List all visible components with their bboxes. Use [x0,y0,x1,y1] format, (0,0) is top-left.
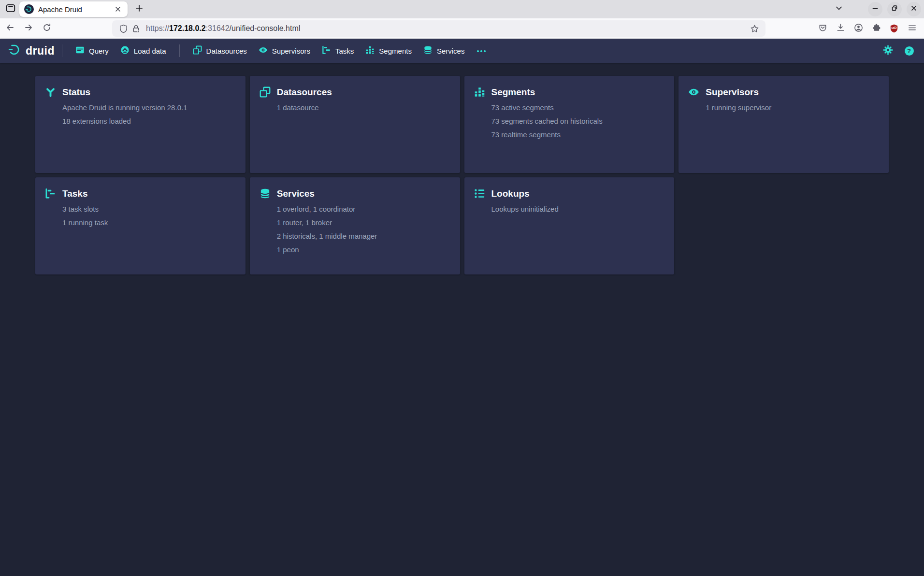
datasources-card[interactable]: Datasources 1 datasource [250,76,460,173]
card-lines: 1 datasource [277,101,450,115]
card-header: Segments [474,86,665,98]
account-button[interactable] [850,20,866,37]
minimize-button[interactable] [868,2,882,16]
back-button[interactable] [2,20,18,37]
tasks-card[interactable]: Tasks 3 task slots 1 running task [35,177,245,274]
reload-button[interactable] [39,20,55,37]
bookmark-star-icon[interactable] [748,22,761,35]
druid-favicon [24,4,34,14]
restore-button[interactable] [887,2,902,16]
card-line: 1 router, 1 broker [277,216,450,230]
nav-item-label: Services [437,47,465,55]
restore-icon [891,5,898,14]
help-button[interactable]: ? [901,43,917,59]
minimize-icon [872,5,879,14]
connection-lock-warning-icon[interactable] [130,22,142,35]
nav-item-query[interactable]: Query [70,39,115,63]
multi-select-icon [260,86,271,98]
browser-tab[interactable]: Apache Druid [19,1,128,17]
card-line: 3 task slots [62,202,236,216]
card-title: Segments [491,87,535,98]
firefox-view-icon [5,3,16,15]
card-header: Services [260,188,450,199]
reload-icon [42,23,52,34]
card-header: Lookups [474,188,665,199]
nav-item-datasources[interactable]: Datasources [187,39,253,63]
eye-open-icon [259,45,268,57]
help-icon: ? [904,46,914,56]
properties-icon [474,188,485,199]
download-icon [836,23,845,34]
settings-button[interactable] [880,43,896,59]
ublock-shield-icon: uO [889,24,899,33]
nav-item-supervisors[interactable]: Supervisors [253,39,316,63]
segments-card[interactable]: Segments 73 active segments 73 segments … [464,76,675,173]
database-icon [423,45,433,57]
nav-item-load-data[interactable]: Load data [115,39,172,63]
eye-open-icon [688,86,699,98]
list-all-tabs-button[interactable] [831,2,847,16]
nav-item-services[interactable]: Services [418,39,471,63]
application-icon [75,45,85,57]
nav-item-label: Supervisors [272,47,310,55]
home-cards-grid: Status Apache Druid is running version 2… [35,76,889,274]
puzzle-icon [872,23,881,34]
gear-icon [883,45,893,57]
multi-select-icon [193,45,202,57]
navbar-divider [179,44,180,57]
brand-name: druid [26,44,55,58]
card-lines: Lookups uninitialized [491,202,665,216]
nav-item-tasks[interactable]: Tasks [316,39,360,63]
pocket-button[interactable] [814,20,831,37]
menu-button[interactable] [904,20,920,37]
card-line: 1 running task [62,216,236,230]
card-line: 18 extensions loaded [62,115,236,128]
account-icon [854,23,863,34]
nav-item-segments[interactable]: Segments [360,39,418,63]
card-lines: 1 running supervisor [706,101,879,115]
card-lines: 3 task slots 1 running task [62,202,236,230]
downloads-button[interactable] [832,20,849,37]
close-window-button[interactable] [907,2,921,16]
navbar-right: ? [880,43,917,59]
status-card[interactable]: Status Apache Druid is running version 2… [35,76,245,173]
supervisors-card[interactable]: Supervisors 1 running supervisor [679,76,889,173]
ublock-button[interactable]: uO [886,20,902,37]
extensions-button[interactable] [868,20,884,37]
druid-logo-icon [8,43,22,58]
hamburger-icon [908,23,917,34]
forward-button[interactable] [20,20,37,37]
url-port: :31642 [206,24,230,32]
close-icon [910,5,917,14]
nav-item-label: Segments [379,47,412,55]
url-bar[interactable]: https://172.18.0.2:31642/unified-console… [112,20,765,37]
card-line: 2 historicals, 1 middle manager [277,230,450,243]
help-icon-label: ? [907,47,911,55]
druid-navbar: druid Query Load data Datasources Superv… [0,39,924,63]
forward-icon [24,23,33,34]
gantt-chart-icon [322,45,331,57]
card-lines: Apache Druid is running version 28.0.1 1… [62,101,236,128]
card-title: Supervisors [706,87,759,98]
card-lines: 1 overlord, 1 coordinator 1 router, 1 br… [277,202,450,257]
tracking-protection-shield-icon[interactable] [117,22,130,35]
gantt-chart-icon [45,188,56,199]
card-line: 73 active segments [491,101,665,115]
url-scheme: https:// [146,24,169,32]
services-card[interactable]: Services 1 overlord, 1 coordinator 1 rou… [250,177,460,274]
url-path: /unified-console.html [230,24,301,32]
firefox-view-button[interactable] [3,2,18,16]
card-title: Datasources [277,87,332,98]
card-line: 1 datasource [277,101,450,115]
tab-title: Apache Druid [38,5,112,14]
browser-toolbar: https://172.18.0.2:31642/unified-console… [0,18,924,39]
stacked-chart-icon [474,86,485,98]
lookups-card[interactable]: Lookups Lookups uninitialized [464,177,675,274]
url-text: https://172.18.0.2:31642/unified-console… [146,24,300,33]
new-tab-button[interactable] [131,2,147,16]
card-line: Apache Druid is running version 28.0.1 [62,101,236,115]
url-host: 172.18.0.2 [169,24,206,32]
tab-close-icon[interactable] [112,3,124,15]
nav-more-button[interactable] [470,39,492,63]
druid-brand[interactable]: druid [8,43,55,58]
